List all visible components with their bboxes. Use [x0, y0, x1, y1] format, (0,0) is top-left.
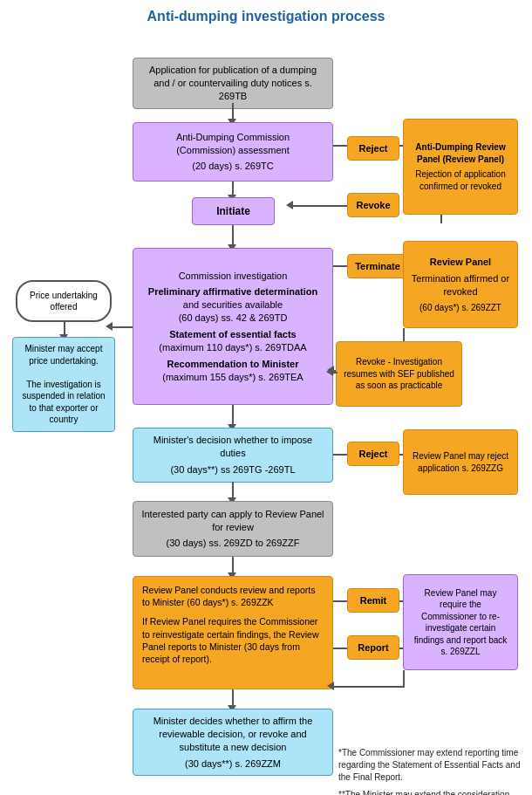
initiate-box: Initiate — [192, 197, 275, 225]
review-panel-reject-box: Review Panel may reject application s. 2… — [403, 429, 518, 495]
ma-subtext: (30 days**) s. 269ZZM — [185, 757, 281, 771]
footnote2: **The Minister may extend the considerat… — [338, 789, 522, 795]
md-subtext: (30 days**) ss 269TG -269TL — [170, 463, 295, 476]
md-title: Minister's decision whether to impose du… — [140, 434, 325, 460]
ci-line1: Preliminary affirmative determination — [148, 285, 317, 298]
ci-line6: Recommendation to Minister — [167, 358, 299, 371]
terminate-btn[interactable]: Terminate — [347, 254, 408, 278]
ip-subtext: (30 days) ss. 269ZD to 269ZZF — [167, 537, 300, 550]
rp-term-title: Review Panel — [430, 256, 491, 269]
rp-term-text: Termination affirmed or revoked — [411, 272, 510, 298]
reject-btn-1[interactable]: Reject — [347, 136, 399, 161]
ci-line3: (60 days) ss. 42 & 269TD — [179, 312, 288, 325]
minister-accept-box: Minister may accept price undertaking. T… — [12, 337, 115, 432]
review-panel-top-box: Anti-Dumping Review Panel (Review Panel)… — [403, 119, 518, 215]
ci-line7: (maximum 155 days*) s. 269TEA — [162, 371, 303, 384]
rp-term-subtext: (60 days*) s. 269ZZT — [419, 302, 501, 314]
initiate-label: Initiate — [216, 204, 250, 218]
start-text: Application for publication of a dumping… — [140, 64, 325, 103]
price-und-text: Price undertaking offered — [24, 290, 103, 313]
rp-reject-text: Review Panel may reject application s. 2… — [411, 450, 510, 474]
reject-btn-2[interactable]: Reject — [347, 442, 399, 466]
ci-line5: (maximum 110 days*) s. 269TDAA — [159, 341, 306, 354]
commission-investigation-box: Commission investigation Preliminary aff… — [133, 248, 333, 405]
minister-accept-text: Minister may accept price undertaking. T… — [20, 343, 107, 426]
minister-affirm-box: Minister decides whether to affirm the r… — [133, 709, 333, 776]
ip-title: Interested party can apply to Review Pan… — [140, 508, 325, 534]
page-title: Anti-dumping investigation process — [0, 0, 532, 31]
review-panel-top-text: Rejection of application confirmed or re… — [411, 168, 510, 192]
commission-assessment-box: Anti-Dumping Commission (Commission) ass… — [133, 122, 333, 182]
revoke-investigation-box: Revoke - Investigation resumes with SEF … — [336, 341, 462, 407]
rpr-text: Review Panel may require the Commissione… — [411, 587, 510, 658]
review-panel-reinvestigate-box: Review Panel may require the Commissione… — [403, 574, 518, 670]
footnote1: *The Commissioner may extend reporting t… — [338, 747, 522, 784]
remit-btn[interactable]: Remit — [347, 588, 399, 613]
ci-title: Commission investigation — [179, 270, 288, 283]
price-undertaking-box: Price undertaking offered — [16, 280, 112, 322]
rpc-line2: If Review Panel requires the Commissione… — [142, 615, 324, 665]
ma-title: Minister decides whether to affirm the r… — [140, 715, 325, 754]
rpc-line1: Review Panel conducts review and reports… — [142, 584, 324, 608]
review-panel-top-title: Anti-Dumping Review Panel (Review Panel) — [411, 141, 510, 165]
review-panel-terminate-box: Review Panel Termination affirmed or rev… — [403, 241, 518, 328]
report-btn[interactable]: Report — [347, 635, 399, 660]
commission-text: Anti-Dumping Commission (Commission) ass… — [176, 131, 290, 157]
start-box: Application for publication of a dumping… — [133, 58, 333, 109]
review-panel-conducts-box: Review Panel conducts review and reports… — [133, 576, 333, 689]
interested-party-box: Interested party can apply to Review Pan… — [133, 501, 333, 557]
ministers-decision-box: Minister's decision whether to impose du… — [133, 428, 333, 483]
commission-subtext: (20 days) s. 269TC — [192, 160, 274, 173]
ci-line4: Statement of essential facts — [169, 328, 297, 341]
revoke-inv-text: Revoke - Investigation resumes with SEF … — [344, 356, 454, 392]
revoke-btn-1[interactable]: Revoke — [347, 193, 399, 217]
ci-line2: and securities available — [183, 298, 283, 312]
